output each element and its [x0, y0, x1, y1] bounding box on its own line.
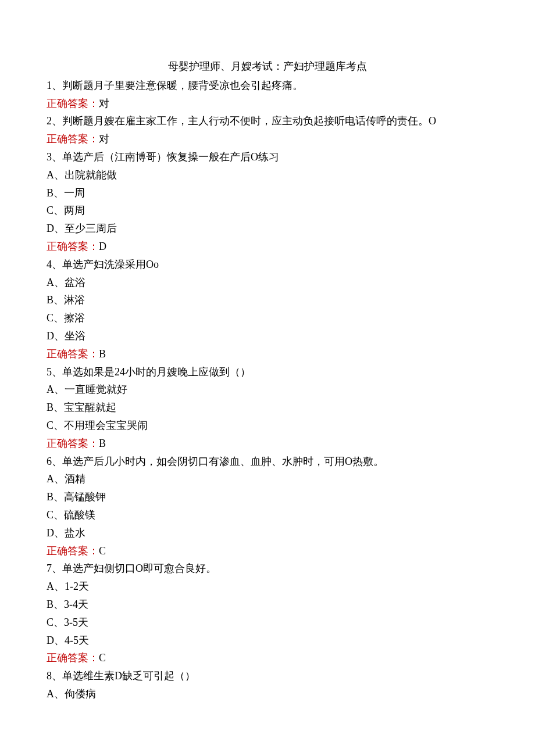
question-option: C、不用理会宝宝哭闹	[47, 417, 488, 434]
answer-label: 正确答案：	[47, 545, 99, 557]
question-option: D、4-5天	[47, 632, 488, 649]
question-text: 3、单选产后（江南博哥）恢复操一般在产后O练习	[47, 149, 488, 166]
answer-value: C	[99, 545, 106, 557]
answer-line: 正确答案：对	[47, 95, 488, 112]
question-option: B、淋浴	[47, 292, 488, 309]
question-option: B、3-4天	[47, 596, 488, 613]
answer-label: 正确答案：	[47, 241, 99, 252]
question-option: A、出院就能做	[47, 167, 488, 184]
answer-line: 正确答案：B	[47, 435, 488, 452]
question-option: C、两周	[47, 202, 488, 219]
question-text: 6、单选产后几小时内，如会阴切口有渗血、血肿、水肿时，可用O热敷。	[47, 453, 488, 470]
answer-line: 正确答案：C	[47, 543, 488, 560]
answer-label: 正确答案：	[47, 348, 99, 360]
question-option: D、坐浴	[47, 328, 488, 345]
question-option: C、硫酸镁	[47, 507, 488, 524]
question-option: C、擦浴	[47, 310, 488, 327]
answer-value: 对	[99, 98, 109, 109]
answer-label: 正确答案：	[47, 438, 99, 449]
question-option: A、一直睡觉就好	[47, 381, 488, 398]
question-option: C、3-5天	[47, 614, 488, 631]
answer-line: 正确答案：D	[47, 238, 488, 255]
question-option: B、宝宝醒就起	[47, 399, 488, 416]
answer-label: 正确答案：	[47, 133, 99, 145]
question-text: 4、单选产妇洗澡采用Oo	[47, 256, 488, 273]
answer-value: 对	[99, 133, 109, 145]
question-option: D、盐水	[47, 525, 488, 542]
question-text: 5、单选如果是24小时的月嫂晚上应做到（）	[47, 364, 488, 381]
question-text: 2、判断题月嫂在雇主家工作，主人行动不便时，应主动负起接听电话传呼的责任。O	[47, 113, 488, 130]
question-option: B、高锰酸钾	[47, 489, 488, 506]
answer-line: 正确答案：C	[47, 650, 488, 667]
question-option: B、一周	[47, 185, 488, 202]
answer-label: 正确答案：	[47, 652, 99, 664]
answer-line: 正确答案：B	[47, 346, 488, 363]
answer-value: C	[99, 652, 106, 664]
document-body: 1、判断题月子里要注意保暖，腰背受凉也会引起疼痛。正确答案：对2、判断题月嫂在雇…	[47, 77, 488, 703]
answer-value: B	[99, 348, 106, 360]
question-option: A、盆浴	[47, 274, 488, 291]
answer-line: 正确答案：对	[47, 131, 488, 148]
question-text: 7、单选产妇侧切口O即可愈合良好。	[47, 560, 488, 577]
answer-label: 正确答案：	[47, 98, 99, 109]
question-text: 8、单选维生素D缺乏可引起（）	[47, 668, 488, 685]
question-option: D、至少三周后	[47, 220, 488, 237]
question-option: A、1-2天	[47, 578, 488, 595]
question-option: A、酒精	[47, 471, 488, 488]
question-option: A、佝偻病	[47, 686, 488, 703]
answer-value: D	[99, 241, 106, 252]
question-text: 1、判断题月子里要注意保暖，腰背受凉也会引起疼痛。	[47, 77, 488, 94]
document-title: 母婴护理师、月嫂考试：产妇护理题库考点	[47, 58, 488, 75]
answer-value: B	[99, 438, 106, 449]
